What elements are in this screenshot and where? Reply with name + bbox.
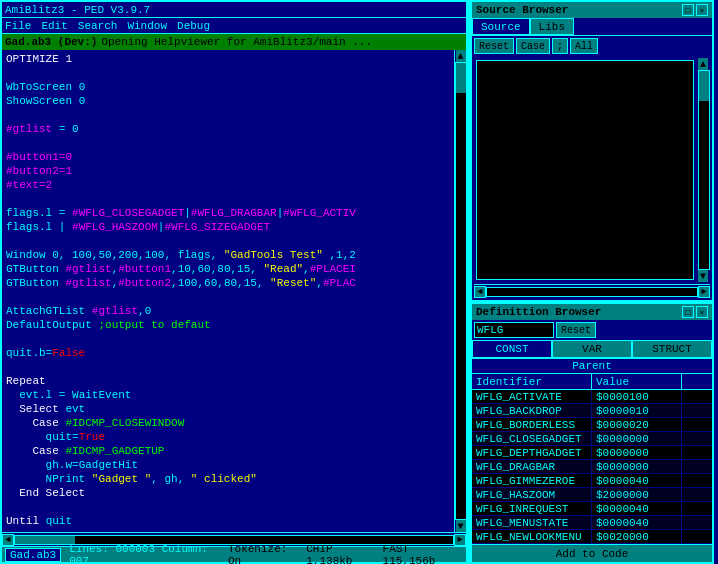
menu-bar: File Edit Search Window Debug [2,18,466,34]
source-browser-tabs: Source Libs [472,18,712,36]
def-cell-identifier: WFLG_GIMMEZEROE [472,474,592,487]
def-cell-value: $0000000 [592,446,682,459]
btn-all[interactable]: All [570,38,598,54]
def-cell-value: $0000000 [592,460,682,473]
def-browser-title: Definittion Browser [476,306,601,318]
menu-window[interactable]: Window [127,20,167,32]
source-hscrollbar[interactable]: ◄ ► [474,284,710,298]
table-row[interactable]: WFLG_CLOSEGADGET $0000000 [472,432,712,446]
table-row[interactable]: WFLG_ACTIVATE $0000100 [472,390,712,404]
source-scroll-down[interactable]: ▼ [698,270,708,282]
code-line [6,108,450,122]
source-browser-close-btn[interactable]: × [696,4,708,16]
tab-libs[interactable]: Libs [530,18,574,35]
code-line [6,332,450,346]
source-hscroll-left[interactable]: ◄ [474,286,486,298]
status-line-col: Lines: 000003 Column: 007 [69,543,224,565]
code-line: flags.l = #WFLG_CLOSEGADGET|#WFLG_DRAGBA… [6,206,450,220]
table-row[interactable]: WFLG_DEPTHGADGET $0000000 [472,446,712,460]
source-scroll-up[interactable]: ▲ [698,58,708,70]
def-browser-resize-btn[interactable]: □ [682,306,694,318]
code-line: Case #IDCMP_CLOSEWINDOW [6,416,450,430]
table-row[interactable]: WFLG_GIMMEZEROE $0000040 [472,474,712,488]
source-browser-icons: □ × [682,4,708,16]
editor-hscrollbar[interactable]: ◄ ► [2,532,466,546]
def-type-tabs: CONST VAR STRUCT [472,340,712,358]
source-vscrollbar[interactable]: ▲ ▼ [698,58,710,282]
table-row[interactable]: WFLG_NEWLOOKMENU $0020000 [472,530,712,544]
table-row[interactable]: WFLG_HASZOOM $2000000 [472,488,712,502]
def-cell-identifier: WFLG_HASZOOM [472,488,592,501]
code-line: Select evt [6,402,450,416]
def-cell-value: $0020000 [592,530,682,543]
def-cell-identifier: WFLG_INREQUEST [472,502,592,515]
btn-semicolon[interactable]: ; [552,38,568,54]
btn-reset-source[interactable]: Reset [474,38,514,54]
menu-debug[interactable]: Debug [177,20,210,32]
tab-var[interactable]: VAR [552,340,632,358]
table-row[interactable]: WFLG_BACKDROP $0000010 [472,404,712,418]
add-to-code-btn[interactable]: Add to Code [472,544,712,562]
code-line [6,528,450,532]
code-line: Repeat [6,374,450,388]
source-hscroll-track[interactable] [486,287,698,297]
def-cell-value: $0000020 [592,418,682,431]
tab-struct[interactable]: STRUCT [632,340,712,358]
info-message-text: Opening Helpviewer for AmiBlitz3/main ..… [101,36,372,48]
tab-const[interactable]: CONST [472,340,552,358]
code-line [6,234,450,248]
editor-filename: Gad.ab3 [5,548,61,562]
def-rows: WFLG_ACTIVATE $0000100 WFLG_BACKDROP $00… [472,390,712,544]
editor-vscrollbar[interactable]: ▲ ▼ [454,50,466,532]
table-row[interactable]: WFLG_INREQUEST $0000040 [472,502,712,516]
def-cell-identifier: WFLG_CLOSEGADGET [472,432,592,445]
scroll-up-arrow[interactable]: ▲ [456,50,466,62]
def-col-value: Value [592,374,682,389]
def-search-input[interactable] [474,322,554,338]
source-scroll-track[interactable] [698,70,710,270]
def-browser-close-btn[interactable]: × [696,306,708,318]
btn-case[interactable]: Case [516,38,550,54]
right-panel: Source Browser □ × Source Libs Reset [468,0,714,564]
tab-source[interactable]: Source [472,18,530,35]
scroll-track[interactable] [455,62,467,520]
def-table-header: Identifier Value [472,374,712,390]
source-browser-titlebar: Source Browser □ × [472,2,712,18]
code-line: quit.b=False [6,346,450,360]
source-browser-resize-btn[interactable]: □ [682,4,694,16]
status-chip: CHIP 1,138kb [306,543,380,565]
code-line [6,66,450,80]
code-content[interactable]: OPTIMIZE 1 WbToScreen 0 ShowScreen 0 #gt… [2,50,454,532]
source-browser-title: Source Browser [476,4,568,16]
code-line [6,192,450,206]
code-line: #gtlist = 0 [6,122,450,136]
table-row[interactable]: WFLG_BORDERLESS $0000020 [472,418,712,432]
hscroll-track[interactable] [14,535,454,545]
code-editor[interactable]: OPTIMIZE 1 WbToScreen 0 ShowScreen 0 #gt… [2,50,454,532]
hscroll-left-arrow[interactable]: ◄ [2,534,14,546]
menu-edit[interactable]: Edit [41,20,67,32]
table-row[interactable]: WFLG_DRAGBAR $0000000 [472,460,712,474]
menu-search[interactable]: Search [78,20,118,32]
def-cell-value: $0000040 [592,502,682,515]
code-line: Window 0, 100,50,200,100, flags, "GadToo… [6,248,450,262]
def-browser: Definittion Browser □ × Reset CONST [470,302,714,564]
main-container: AmiBlitz3 - PED V3.9.7 File Edit Search … [0,0,718,564]
code-line [6,136,450,150]
def-table[interactable]: Identifier Value WFLG_ACTIVATE $0000100 … [472,374,712,544]
hscroll-thumb [15,536,75,544]
menu-file[interactable]: File [5,20,31,32]
def-cell-identifier: WFLG_ACTIVATE [472,390,592,403]
def-reset-btn[interactable]: Reset [556,322,596,338]
code-line: flags.l | #WFLG_HASZOOM|#WFLG_SIZEGADGET [6,220,450,234]
def-cell-value: $0000040 [592,516,682,529]
code-line: #text=2 [6,178,450,192]
code-line: #button1=0 [6,150,450,164]
code-line: Case #IDCMP_GADGETUP [6,444,450,458]
scroll-down-arrow[interactable]: ▼ [456,520,466,532]
def-cell-identifier: WFLG_BACKDROP [472,404,592,417]
source-hscroll-right[interactable]: ► [698,286,710,298]
table-row[interactable]: WFLG_MENUSTATE $0000040 [472,516,712,530]
source-list[interactable] [476,60,694,280]
source-content-area: ▲ ▼ [474,58,710,282]
